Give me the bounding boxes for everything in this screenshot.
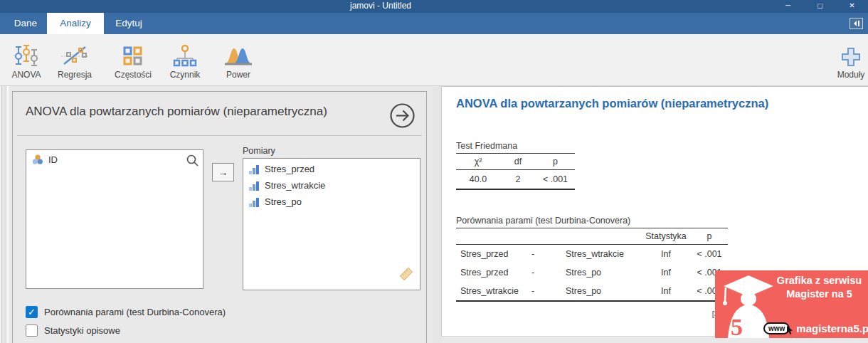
list-item[interactable]: ID — [26, 150, 203, 167]
variable-name: Stres_po — [265, 196, 302, 207]
power-icon — [216, 38, 261, 67]
list-item[interactable]: Stres_wtrakcie — [243, 175, 420, 191]
checkbox-unchecked-icon[interactable] — [26, 324, 38, 337]
chevron-left-icon — [852, 20, 861, 27]
watermark-site: magisterna5.pl — [796, 322, 868, 334]
column-header: Statystyka — [641, 228, 691, 245]
table-row: Stres_wtrakcie - Stres_po Inf < .001 — [456, 282, 728, 301]
window-controls: ─ □ ✕ — [772, 0, 868, 13]
analysis-title: ANOVA dla powtarzanych pomiarów (niepara… — [26, 105, 381, 119]
tab-analizy[interactable]: Analizy — [47, 13, 104, 34]
column-header: p — [536, 154, 575, 170]
plus-icon — [834, 38, 868, 67]
run-analysis-button[interactable] — [389, 102, 416, 129]
measures-list[interactable]: Stres_przed Stres_wtrakcie — [243, 158, 420, 290]
variable-name: ID — [48, 154, 58, 165]
ribbon-button-power[interactable]: Power — [216, 38, 261, 83]
panel-splitter[interactable] — [433, 86, 441, 343]
watermark-text-line1: Grafika z serwisu — [773, 275, 865, 286]
cursor-icon — [787, 326, 795, 335]
tab-dane[interactable]: Dane — [6, 13, 46, 34]
spreadsheet-edge — [0, 86, 9, 343]
continuous-ruler-icon — [399, 267, 413, 284]
variable-name: Stres_wtrakcie — [265, 180, 325, 191]
results-title: ANOVA dla powtarzanych pomiarów (niepara… — [456, 97, 768, 110]
table-row: Stres_przed - Stres_wtrakcie Inf < .001 — [456, 245, 728, 264]
move-variable-button[interactable]: → — [212, 163, 234, 181]
regression-icon — [49, 38, 100, 67]
analysis-options-box: ANOVA dla powtarzanych pomiarów (niepara… — [12, 91, 427, 343]
window-title: jamovi - Untitled — [0, 0, 761, 13]
checkbox-pairwise-comparisons[interactable]: ✓ Porównania parami (test Durbina-Conove… — [26, 306, 226, 318]
pairwise-table: Statystyka p Stres_przed - Stres_wtrakci… — [456, 228, 728, 302]
divider — [17, 135, 422, 136]
minimize-icon[interactable]: ─ — [772, 0, 804, 13]
title-bar: jamovi - Untitled ─ □ ✕ — [0, 0, 868, 13]
list-item[interactable]: Stres_przed — [243, 159, 420, 175]
friedman-table-caption: Test Friedmana — [456, 141, 517, 151]
cell-p: < .001 — [536, 170, 575, 190]
watermark-site-row: www magisterna5.pl — [763, 322, 868, 335]
jamovi-window: jamovi - Untitled ─ □ ✕ Dane Analizy Edy… — [0, 0, 868, 343]
ribbon-button-regresja[interactable]: Regresja — [49, 38, 100, 83]
watermark-text-line2: Magister na 5 — [773, 288, 865, 300]
continuous-variable-icon — [249, 181, 260, 191]
ribbon-tab-bar: Dane Analizy Edytuj — [0, 13, 868, 34]
measures-label: Pomiary — [243, 146, 275, 156]
ribbon-button-anova[interactable]: ANOVA — [6, 38, 47, 83]
column-header: df — [500, 154, 536, 170]
badge-5: 5 — [731, 314, 743, 338]
search-icon[interactable] — [186, 154, 199, 170]
table-footnote: [3] — [456, 310, 728, 318]
cell-chi-square: 40.0 — [456, 170, 500, 190]
nominal-variable-icon — [32, 154, 43, 165]
ribbon-button-moduly[interactable]: Moduły — [834, 38, 868, 83]
column-header: p — [691, 228, 728, 245]
factor-icon — [159, 38, 211, 67]
options-panel: ANOVA dla powtarzanych pomiarów (niepara… — [9, 86, 433, 343]
analysis-ribbon: ANOVA Regresja — [0, 34, 868, 86]
table-row: Stres_przed - Stres_po Inf < .001 — [456, 263, 728, 282]
variable-name: Stres_przed — [265, 164, 314, 174]
www-badge: www — [763, 322, 790, 334]
friedman-table: χ² df p 40.0 2 < .001 — [456, 153, 575, 190]
continuous-variable-icon — [249, 197, 260, 207]
collapse-results-icon[interactable] — [850, 18, 863, 29]
ribbon-button-czynnik[interactable]: Czynnik — [159, 38, 211, 83]
checkbox-descriptive-stats[interactable]: Statystyki opisowe — [26, 324, 120, 337]
close-icon[interactable]: ✕ — [836, 0, 868, 13]
continuous-variable-icon — [249, 164, 260, 174]
column-header: χ² — [456, 154, 500, 170]
tab-edytuj[interactable]: Edytuj — [107, 13, 151, 34]
table-row: 40.0 2 < .001 — [456, 170, 575, 190]
source-variables-list[interactable]: ID — [26, 149, 203, 289]
watermark-banner: 5 Grafika z serwisu Magister na 5 www ma… — [715, 270, 868, 338]
list-item[interactable]: Stres_po — [243, 191, 420, 208]
checkbox-checked-icon[interactable]: ✓ — [26, 306, 38, 318]
pairwise-table-caption: Porównania parami (test Durbina-Conovera… — [456, 216, 630, 226]
anova-icon — [6, 38, 47, 67]
ribbon-button-czestosci[interactable]: Częstości — [105, 38, 161, 83]
frequencies-icon — [105, 38, 161, 67]
maximize-icon[interactable]: □ — [804, 0, 836, 13]
cell-df: 2 — [500, 170, 536, 190]
